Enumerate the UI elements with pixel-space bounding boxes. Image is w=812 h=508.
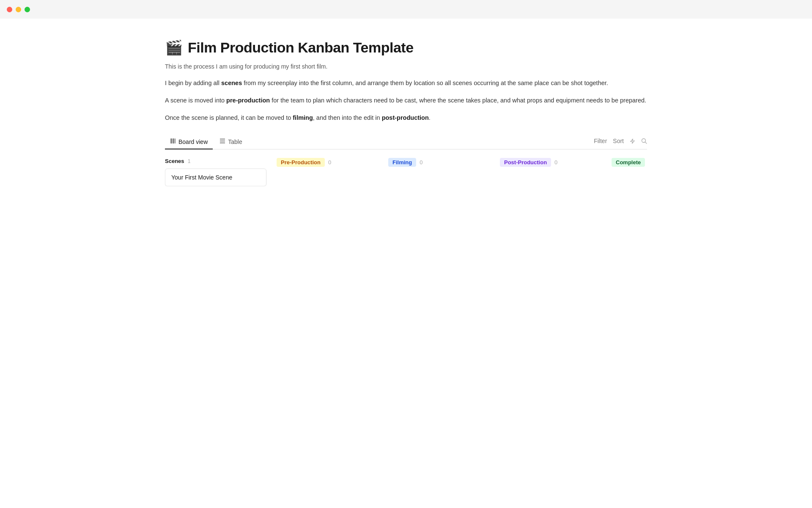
view-tabs: Board view Table Filter Sort <box>165 135 647 149</box>
filter-button[interactable]: Filter <box>594 138 607 144</box>
svg-rect-1 <box>173 138 174 144</box>
column-header-pre-production: Pre-Production0 <box>277 158 378 167</box>
paragraph-2: A scene is moved into pre-production for… <box>165 95 647 106</box>
paragraph-3: Once the scene is planned, it can be mov… <box>165 113 647 123</box>
column-label-post-production: Post-Production <box>500 158 551 167</box>
svg-line-7 <box>645 142 647 144</box>
bold-scenes: scenes <box>221 80 242 86</box>
column-count-scenes: 1 <box>188 158 191 164</box>
column-count-post-production: 0 <box>554 159 557 166</box>
svg-rect-4 <box>220 141 225 142</box>
main-content: 🎬 Film Production Kanban Template This i… <box>131 19 681 203</box>
column-label-complete: Complete <box>612 158 645 167</box>
bold-filming: filming <box>293 114 313 121</box>
column-label-pre-production: Pre-Production <box>277 158 325 167</box>
table-view-label: Table <box>228 138 242 145</box>
titlebar <box>0 0 812 19</box>
column-count-pre-production: 0 <box>328 159 331 166</box>
board-view-label: Board view <box>178 138 208 145</box>
column-header-complete: Complete0 <box>612 158 647 167</box>
tabs-left: Board view Table <box>165 135 247 149</box>
kanban-column-complete: Complete0 <box>612 158 647 171</box>
paragraph-1: I begin by adding all scenes from my scr… <box>165 78 647 88</box>
kanban-column-scenes: Scenes1Your First Movie Scene <box>165 158 266 186</box>
sort-button[interactable]: Sort <box>613 138 624 144</box>
svg-rect-0 <box>170 138 172 144</box>
svg-rect-2 <box>175 138 176 144</box>
search-icon[interactable] <box>641 138 647 144</box>
kanban-column-post-production: Post-Production0 <box>500 158 601 171</box>
bold-post-production: post-production <box>382 114 429 121</box>
board-view-icon <box>170 138 176 145</box>
column-header-post-production: Post-Production0 <box>500 158 601 167</box>
tab-board-view[interactable]: Board view <box>165 135 213 149</box>
svg-rect-3 <box>220 138 225 140</box>
card-card1[interactable]: Your First Movie Scene <box>165 168 266 186</box>
close-button[interactable] <box>7 7 12 12</box>
bold-pre-production: pre-production <box>226 97 270 104</box>
maximize-button[interactable] <box>25 7 30 12</box>
minimize-button[interactable] <box>16 7 21 12</box>
tab-table-view[interactable]: Table <box>214 135 247 149</box>
kanban-column-pre-production: Pre-Production0 <box>277 158 378 171</box>
column-count-filming: 0 <box>420 159 422 166</box>
page-subtitle: This is the process I am using for produ… <box>165 62 647 71</box>
column-label-scenes: Scenes <box>165 158 184 164</box>
kanban-column-filming: Filming0 <box>388 158 490 171</box>
table-view-icon <box>219 138 225 145</box>
page-title-area: 🎬 Film Production Kanban Template <box>165 39 647 56</box>
page-title: Film Production Kanban Template <box>188 39 414 56</box>
page-emoji: 🎬 <box>165 39 183 56</box>
column-header-scenes: Scenes1 <box>165 158 266 164</box>
kanban-board: Scenes1Your First Movie ScenePre-Product… <box>165 158 647 186</box>
svg-rect-5 <box>220 142 225 144</box>
lightning-icon[interactable] <box>630 138 635 144</box>
column-header-filming: Filming0 <box>388 158 490 167</box>
column-label-filming: Filming <box>388 158 416 167</box>
toolbar-right: Filter Sort <box>594 138 647 146</box>
